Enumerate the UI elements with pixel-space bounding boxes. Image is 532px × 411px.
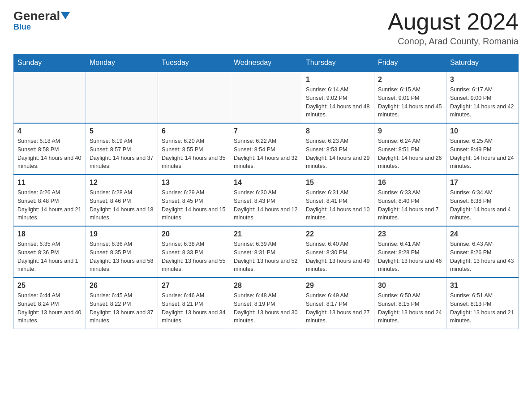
calendar-cell: 20Sunrise: 6:38 AMSunset: 8:33 PMDayligh… <box>158 226 230 278</box>
calendar-week-row: 1Sunrise: 6:14 AMSunset: 9:02 PMDaylight… <box>14 72 519 123</box>
day-number: 16 <box>378 179 442 187</box>
day-of-week-header: Sunday <box>14 54 86 72</box>
day-number: 7 <box>234 127 298 135</box>
calendar-cell: 12Sunrise: 6:28 AMSunset: 8:46 PMDayligh… <box>86 175 158 226</box>
calendar-week-row: 4Sunrise: 6:18 AMSunset: 8:58 PMDaylight… <box>14 123 519 175</box>
day-of-week-header: Friday <box>374 54 446 72</box>
day-number: 23 <box>378 230 442 238</box>
calendar-cell: 26Sunrise: 6:45 AMSunset: 8:22 PMDayligh… <box>86 278 158 329</box>
calendar-table: SundayMondayTuesdayWednesdayThursdayFrid… <box>13 54 519 329</box>
logo-blue: Blue <box>13 22 31 32</box>
calendar-cell: 22Sunrise: 6:40 AMSunset: 8:30 PMDayligh… <box>302 226 374 278</box>
day-info: Sunrise: 6:39 AMSunset: 8:31 PMDaylight:… <box>234 240 298 274</box>
title-area: August 2024 Conop, Arad County, Romania <box>388 9 519 47</box>
calendar-cell: 2Sunrise: 6:15 AMSunset: 9:01 PMDaylight… <box>374 72 446 123</box>
day-number: 19 <box>90 230 154 238</box>
day-number: 15 <box>306 179 370 187</box>
calendar-cell: 24Sunrise: 6:43 AMSunset: 8:26 PMDayligh… <box>446 226 519 278</box>
calendar-cell: 27Sunrise: 6:46 AMSunset: 8:21 PMDayligh… <box>158 278 230 329</box>
page-header: General Blue August 2024 Conop, Arad Cou… <box>13 9 519 47</box>
day-info: Sunrise: 6:50 AMSunset: 8:15 PMDaylight:… <box>378 291 442 325</box>
calendar-header-row: SundayMondayTuesdayWednesdayThursdayFrid… <box>14 54 519 72</box>
day-info: Sunrise: 6:43 AMSunset: 8:26 PMDaylight:… <box>450 240 515 274</box>
calendar-cell: 5Sunrise: 6:19 AMSunset: 8:57 PMDaylight… <box>86 123 158 175</box>
day-number: 10 <box>450 127 515 135</box>
logo-triangle-icon <box>61 12 70 19</box>
day-of-week-header: Thursday <box>302 54 374 72</box>
day-info: Sunrise: 6:26 AMSunset: 8:48 PMDaylight:… <box>17 188 82 222</box>
day-number: 21 <box>234 230 298 238</box>
location-subtitle: Conop, Arad County, Romania <box>388 36 519 47</box>
calendar-cell: 23Sunrise: 6:41 AMSunset: 8:28 PMDayligh… <box>374 226 446 278</box>
day-info: Sunrise: 6:34 AMSunset: 8:38 PMDaylight:… <box>450 188 515 222</box>
day-of-week-header: Wednesday <box>230 54 302 72</box>
day-number: 8 <box>306 127 370 135</box>
day-number: 18 <box>17 230 82 238</box>
calendar-cell: 14Sunrise: 6:30 AMSunset: 8:43 PMDayligh… <box>230 175 302 226</box>
day-info: Sunrise: 6:20 AMSunset: 8:55 PMDaylight:… <box>162 137 226 171</box>
day-number: 2 <box>378 76 442 84</box>
day-info: Sunrise: 6:44 AMSunset: 8:24 PMDaylight:… <box>17 291 82 325</box>
calendar-cell: 17Sunrise: 6:34 AMSunset: 8:38 PMDayligh… <box>446 175 519 226</box>
calendar-cell <box>14 72 86 123</box>
day-number: 13 <box>162 179 226 187</box>
day-number: 29 <box>306 282 370 290</box>
day-info: Sunrise: 6:23 AMSunset: 8:53 PMDaylight:… <box>306 137 370 171</box>
calendar-cell <box>86 72 158 123</box>
day-info: Sunrise: 6:14 AMSunset: 9:02 PMDaylight:… <box>306 86 370 119</box>
day-number: 24 <box>450 230 515 238</box>
day-number: 26 <box>90 282 154 290</box>
day-info: Sunrise: 6:31 AMSunset: 8:41 PMDaylight:… <box>306 188 370 222</box>
day-info: Sunrise: 6:45 AMSunset: 8:22 PMDaylight:… <box>90 291 154 325</box>
calendar-cell: 6Sunrise: 6:20 AMSunset: 8:55 PMDaylight… <box>158 123 230 175</box>
day-of-week-header: Tuesday <box>158 54 230 72</box>
day-info: Sunrise: 6:22 AMSunset: 8:54 PMDaylight:… <box>234 137 298 171</box>
day-number: 22 <box>306 230 370 238</box>
calendar-cell: 7Sunrise: 6:22 AMSunset: 8:54 PMDaylight… <box>230 123 302 175</box>
day-number: 5 <box>90 127 154 135</box>
calendar-cell <box>158 72 230 123</box>
day-info: Sunrise: 6:18 AMSunset: 8:58 PMDaylight:… <box>17 137 82 171</box>
day-number: 6 <box>162 127 226 135</box>
day-number: 4 <box>17 127 82 135</box>
day-info: Sunrise: 6:30 AMSunset: 8:43 PMDaylight:… <box>234 188 298 222</box>
day-number: 1 <box>306 76 370 84</box>
day-of-week-header: Monday <box>86 54 158 72</box>
day-info: Sunrise: 6:25 AMSunset: 8:49 PMDaylight:… <box>450 137 515 171</box>
day-number: 11 <box>17 179 82 187</box>
calendar-week-row: 25Sunrise: 6:44 AMSunset: 8:24 PMDayligh… <box>14 278 519 329</box>
calendar-cell: 1Sunrise: 6:14 AMSunset: 9:02 PMDaylight… <box>302 72 374 123</box>
day-number: 30 <box>378 282 442 290</box>
calendar-cell: 9Sunrise: 6:24 AMSunset: 8:51 PMDaylight… <box>374 123 446 175</box>
calendar-cell: 4Sunrise: 6:18 AMSunset: 8:58 PMDaylight… <box>14 123 86 175</box>
calendar-cell: 25Sunrise: 6:44 AMSunset: 8:24 PMDayligh… <box>14 278 86 329</box>
day-of-week-header: Saturday <box>446 54 519 72</box>
day-info: Sunrise: 6:49 AMSunset: 8:17 PMDaylight:… <box>306 291 370 325</box>
logo-general: General <box>13 9 60 23</box>
calendar-cell: 19Sunrise: 6:36 AMSunset: 8:35 PMDayligh… <box>86 226 158 278</box>
calendar-cell: 21Sunrise: 6:39 AMSunset: 8:31 PMDayligh… <box>230 226 302 278</box>
calendar-cell: 18Sunrise: 6:35 AMSunset: 8:36 PMDayligh… <box>14 226 86 278</box>
day-info: Sunrise: 6:38 AMSunset: 8:33 PMDaylight:… <box>162 240 226 274</box>
day-info: Sunrise: 6:40 AMSunset: 8:30 PMDaylight:… <box>306 240 370 274</box>
calendar-cell: 15Sunrise: 6:31 AMSunset: 8:41 PMDayligh… <box>302 175 374 226</box>
calendar-cell: 28Sunrise: 6:48 AMSunset: 8:19 PMDayligh… <box>230 278 302 329</box>
calendar-week-row: 18Sunrise: 6:35 AMSunset: 8:36 PMDayligh… <box>14 226 519 278</box>
day-info: Sunrise: 6:28 AMSunset: 8:46 PMDaylight:… <box>90 188 154 222</box>
day-info: Sunrise: 6:41 AMSunset: 8:28 PMDaylight:… <box>378 240 442 274</box>
calendar-cell: 8Sunrise: 6:23 AMSunset: 8:53 PMDaylight… <box>302 123 374 175</box>
day-number: 3 <box>450 76 515 84</box>
day-number: 12 <box>90 179 154 187</box>
calendar-cell: 16Sunrise: 6:33 AMSunset: 8:40 PMDayligh… <box>374 175 446 226</box>
day-info: Sunrise: 6:46 AMSunset: 8:21 PMDaylight:… <box>162 291 226 325</box>
calendar-week-row: 11Sunrise: 6:26 AMSunset: 8:48 PMDayligh… <box>14 175 519 226</box>
calendar-title: August 2024 <box>388 9 519 34</box>
day-number: 25 <box>17 282 82 290</box>
day-number: 20 <box>162 230 226 238</box>
calendar-cell <box>230 72 302 123</box>
day-number: 31 <box>450 282 515 290</box>
calendar-cell: 31Sunrise: 6:51 AMSunset: 8:13 PMDayligh… <box>446 278 519 329</box>
day-number: 28 <box>234 282 298 290</box>
logo: General Blue <box>13 9 70 32</box>
day-info: Sunrise: 6:51 AMSunset: 8:13 PMDaylight:… <box>450 291 515 325</box>
